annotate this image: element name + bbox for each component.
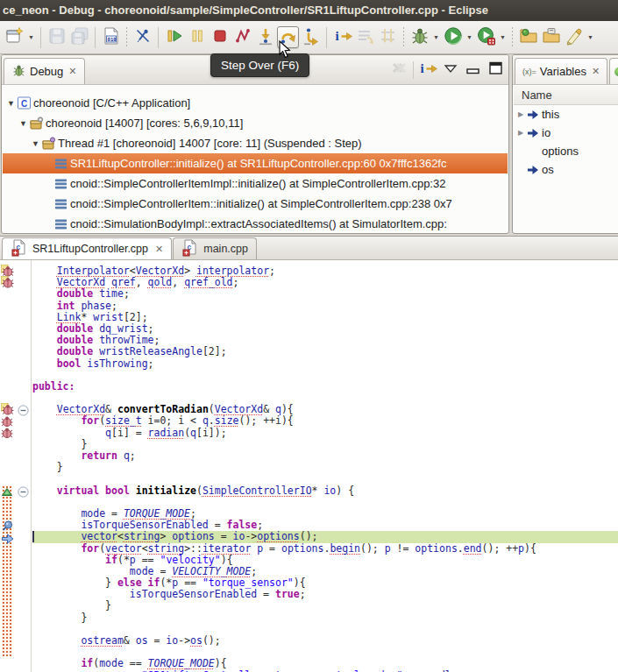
variable-row[interactable]: options — [514, 142, 618, 160]
variable-row[interactable]: os — [514, 160, 618, 179]
show-next-statement-button[interactable] — [354, 26, 376, 48]
stack-tree-row[interactable]: cnoid::SimpleControllerItem::initialize(… — [3, 194, 508, 214]
variables-name-column-header[interactable]: Name — [514, 86, 618, 105]
step-over-tooltip: Step Over (F6) — [210, 53, 309, 77]
code-line: virtual bool initialize(SimpleController… — [32, 485, 618, 497]
variable-row[interactable]: ▶io — [514, 124, 618, 142]
mark-occurrences-dropdown[interactable]: ▼ — [586, 26, 595, 48]
stack-tree-row[interactable]: ▼Cchoreonoid [C/C++ Application] — [3, 93, 508, 113]
restart-button[interactable] — [231, 26, 253, 48]
code-text[interactable]: Interpolator<VectorXd> interpolator; Vec… — [32, 260, 618, 672]
fold-collapse-icon[interactable] — [18, 404, 29, 420]
variable-row[interactable]: ▶this — [514, 105, 618, 124]
header-separator — [413, 61, 414, 79]
stack-tree-row[interactable]: cnoid::SimulationBodyImpl::extractAssoci… — [3, 214, 508, 232]
use-step-filters-button[interactable] — [377, 26, 399, 48]
editor-tab-sr1liftupcontroller-cpp[interactable]: cSR1LiftupController.cpp✕ — [2, 237, 172, 259]
save-all-button[interactable] — [68, 26, 90, 48]
frame-icon — [53, 196, 70, 212]
svg-text:010: 010 — [107, 36, 117, 41]
suspend-icon — [187, 25, 208, 50]
annotation-ruler[interactable] — [0, 260, 15, 672]
expander-icon[interactable]: ▶ — [515, 129, 526, 137]
maximize-button[interactable] — [487, 61, 505, 79]
view-menu-icon — [441, 59, 460, 81]
save-icon — [46, 25, 67, 50]
resume-button[interactable] — [163, 26, 185, 48]
tab-variables[interactable]: (x)= Variables ✕ — [515, 58, 607, 84]
code-line: bool isThrowing; — [32, 358, 618, 370]
stack-tree-row[interactable]: cnoid::SimpleControllerItemImpl::initial… — [3, 173, 508, 194]
skip-all-breakpoints-icon — [132, 25, 153, 50]
changed-range-indicator — [2, 485, 12, 656]
stack-tree-row[interactable]: SR1LiftupController::initialize() at SR1… — [3, 153, 508, 173]
debug-dropdown[interactable]: ▼ — [431, 26, 441, 48]
coverage-button[interactable] — [475, 26, 497, 48]
variable-name: this — [542, 108, 559, 121]
variable-name: os — [542, 163, 554, 176]
stack-tree-row-label: Thread #1 [choreonoid] 14007 [core: 11] … — [58, 137, 362, 150]
stack-tree-row-label: cnoid::SimpleControllerItemImpl::initial… — [70, 177, 445, 190]
stack-tree-row-label: choreonoid [14007] [cores: 5,6,9,10,11] — [46, 117, 243, 130]
expander-icon[interactable]: ▼ — [30, 139, 41, 148]
coverage-dropdown[interactable]: ▼ — [498, 26, 508, 48]
fold-collapse-icon[interactable] — [18, 485, 29, 501]
triangle-marker-icon[interactable] — [1, 485, 13, 500]
editor-tab-main-cpp[interactable]: cmain.cpp — [173, 237, 257, 259]
code-line: } — [32, 462, 618, 473]
arrow-marker-icon[interactable] — [1, 531, 14, 549]
stack-tree-row[interactable]: ▼choreonoid [14007] [cores: 5,6,9,10,11] — [3, 113, 508, 133]
suspend-button[interactable] — [186, 26, 208, 48]
binary-editor-button[interactable]: 010 — [100, 26, 122, 48]
run-dropdown[interactable]: ▼ — [465, 26, 474, 48]
tab-debug-label: Debug — [30, 65, 63, 78]
run-button[interactable] — [442, 26, 464, 48]
toolbar-separator — [512, 27, 513, 48]
variable-arrow-icon — [526, 163, 542, 177]
code-line: double time; — [32, 288, 618, 300]
new-wizard-button[interactable] — [4, 26, 25, 48]
tab-debug[interactable]: Debug ✕ — [4, 58, 85, 84]
tab-variables-close-icon[interactable]: ✕ — [592, 66, 600, 77]
folding-ruler[interactable] — [15, 260, 32, 672]
minimize-button[interactable] — [465, 61, 482, 79]
instruction-stepping-icon: i — [417, 58, 438, 82]
view-menu-button[interactable] — [442, 61, 459, 79]
mark-occurrences-button[interactable] — [563, 26, 585, 48]
toolbar-separator — [326, 27, 327, 48]
expander-icon[interactable]: ▶ — [515, 110, 526, 118]
expander-icon[interactable]: ▼ — [18, 119, 29, 128]
instruction-stepping-button[interactable]: i — [331, 26, 353, 48]
binary-editor-icon: 010 — [101, 25, 122, 50]
instruction-stepping-icon: i — [332, 25, 353, 50]
variable-name: io — [542, 126, 551, 139]
save-button[interactable] — [46, 26, 67, 48]
editor-tab-label: main.cpp — [203, 243, 248, 255]
chevron-down-icon: ▼ — [28, 34, 34, 40]
toolbar-separator — [126, 27, 127, 48]
tab-debug-close-icon[interactable]: ✕ — [68, 66, 76, 77]
expander-icon[interactable]: ▼ — [5, 99, 17, 108]
instruction-stepping-button[interactable]: i — [419, 61, 437, 79]
terminate-button[interactable] — [209, 26, 231, 48]
debug-button[interactable] — [408, 26, 430, 48]
skip-all-breakpoints-button[interactable] — [131, 26, 153, 48]
tab-breakpoints-partial[interactable] — [609, 58, 618, 84]
editor-tab-close-icon[interactable]: ✕ — [155, 244, 163, 255]
variables-icon: (x)= — [522, 67, 536, 76]
remove-all-terminated-button[interactable] — [390, 61, 408, 79]
step-into-button[interactable] — [254, 26, 276, 48]
code-line: } — [32, 612, 618, 624]
code-editor[interactable]: Interpolator<VectorXd> interpolator; Vec… — [0, 260, 618, 672]
open-project-button[interactable] — [517, 26, 539, 48]
bug-marker-icon[interactable] — [1, 427, 13, 442]
open-folder-button[interactable] — [540, 26, 562, 48]
chevron-down-icon: ▼ — [587, 34, 593, 40]
variable-arrow-icon — [526, 126, 542, 140]
mouse-cursor — [279, 40, 292, 62]
step-return-button[interactable] — [300, 26, 322, 48]
bug-note-marker-icon[interactable] — [1, 276, 14, 292]
stack-tree-row[interactable]: ▼Thread #1 [choreonoid] 14007 [core: 11]… — [3, 133, 508, 153]
new-wizard-dropdown[interactable]: ▼ — [26, 26, 36, 48]
use-step-filters-icon — [378, 25, 399, 50]
